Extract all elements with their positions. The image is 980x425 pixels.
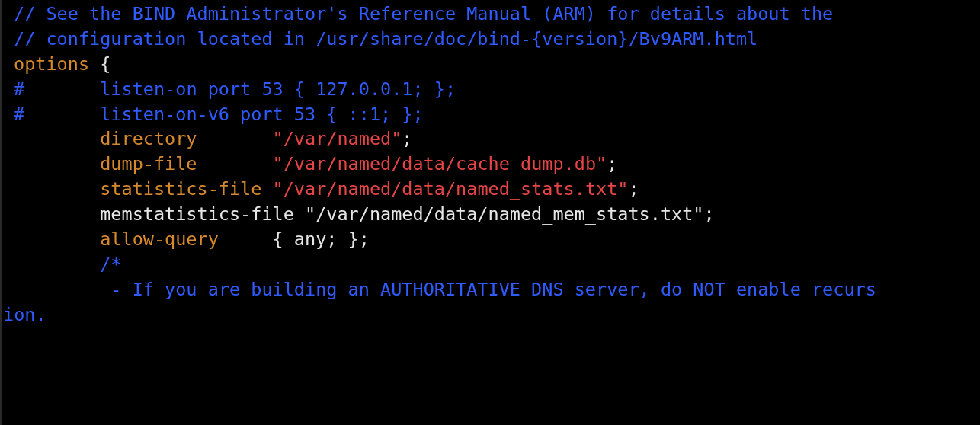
keyword-directory: directory bbox=[100, 128, 197, 149]
semicolon: ; bbox=[607, 153, 617, 174]
code-line: - If you are building an AUTHORITATIVE D… bbox=[3, 277, 980, 302]
editor-gutter bbox=[0, 0, 2, 425]
block-comment-fragment: ion. bbox=[3, 304, 46, 325]
keyword-statsfile: statistics-file bbox=[100, 178, 261, 200]
string-value: "/var/named/data/cache_dump.db" bbox=[273, 153, 607, 174]
code-line: // configuration located in /usr/share/d… bbox=[3, 27, 980, 52]
hash-comment: # bbox=[14, 104, 24, 125]
code-line: // See the BIND Administrator's Referenc… bbox=[3, 2, 980, 27]
code-line: # listen-on port 53 { 127.0.0.1; }; bbox=[3, 77, 980, 102]
code-line: memstatistics-file "/var/named/data/name… bbox=[3, 202, 980, 227]
pad bbox=[261, 178, 272, 200]
comment-text: listen-on-v6 port 53 { ::1; }; bbox=[24, 104, 423, 125]
plain-line: memstatistics-file "/var/named/data/name… bbox=[14, 203, 715, 225]
comment-text: // See the BIND Administrator's Referenc… bbox=[14, 3, 833, 24]
comment-text: // configuration located in /usr/share/d… bbox=[14, 28, 757, 50]
indent bbox=[14, 178, 100, 200]
block-comment-open: /* bbox=[14, 254, 121, 275]
pad bbox=[197, 153, 273, 174]
code-line: options { bbox=[3, 52, 980, 77]
block-comment-line: - If you are building an AUTHORITATIVE D… bbox=[14, 279, 876, 300]
string-value: "/var/named" bbox=[273, 128, 402, 149]
code-line: directory "/var/named"; bbox=[3, 126, 980, 152]
keyword-allowquery: allow-query bbox=[100, 228, 219, 250]
indent bbox=[14, 228, 100, 250]
code-editor[interactable]: // See the BIND Administrator's Referenc… bbox=[0, 0, 980, 328]
code-line: allow-query { any; }; bbox=[3, 227, 980, 252]
brace: { bbox=[89, 53, 110, 75]
code-line: statistics-file "/var/named/data/named_s… bbox=[3, 177, 980, 202]
hash-comment: # bbox=[14, 78, 24, 100]
code-line: # listen-on-v6 port 53 { ::1; }; bbox=[3, 102, 980, 127]
semicolon: ; bbox=[402, 128, 412, 149]
semicolon: ; bbox=[628, 178, 639, 200]
keyword-dumpfile: dump-file bbox=[100, 153, 197, 174]
code-line: dump-file "/var/named/data/cache_dump.db… bbox=[3, 152, 980, 177]
keyword-options: options bbox=[14, 53, 89, 75]
indent bbox=[14, 153, 100, 174]
string-value: "/var/named/data/named_stats.txt" bbox=[273, 178, 629, 200]
plain-rest: { any; }; bbox=[219, 228, 370, 250]
comment-text: listen-on port 53 { 127.0.0.1; }; bbox=[24, 78, 456, 100]
pad bbox=[197, 128, 273, 149]
indent bbox=[14, 128, 100, 149]
code-line: /* bbox=[3, 252, 980, 277]
code-line: ion. bbox=[3, 302, 980, 328]
